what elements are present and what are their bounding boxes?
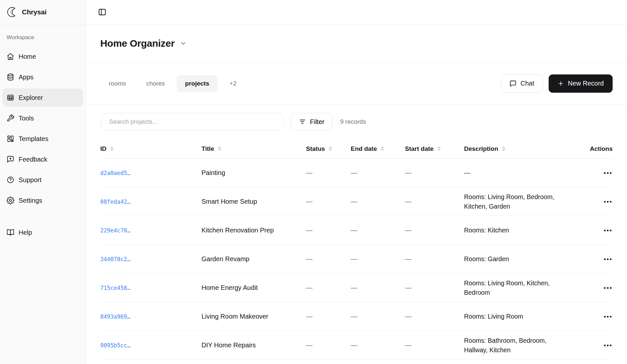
- column-header-label: Start date: [405, 145, 434, 152]
- row-actions-menu-button[interactable]: [603, 197, 613, 207]
- sidebar-item-explorer[interactable]: Explorer: [3, 88, 83, 107]
- sidebar-item-feedback[interactable]: Feedback: [3, 150, 83, 168]
- records-count: 9 records: [340, 118, 366, 125]
- table-row: 715ce458… Home Energy Audit — — — Rooms:…: [100, 274, 613, 302]
- tab-rooms[interactable]: rooms: [100, 75, 135, 92]
- new-record-button-label: New Record: [568, 80, 604, 87]
- sidebar-item-help[interactable]: Help: [3, 223, 83, 242]
- sidebar-item-tools[interactable]: Tools: [3, 109, 83, 127]
- record-status: —: [306, 255, 351, 263]
- column-header-description[interactable]: Description: [464, 145, 585, 152]
- record-start-date: —: [405, 169, 464, 177]
- record-id-link[interactable]: 715ce458…: [100, 285, 201, 291]
- gear-icon: [7, 197, 14, 204]
- workspace-section-label: Workspace: [3, 34, 83, 41]
- sidebar: Chrysai Workspace Home Apps: [0, 0, 86, 364]
- sidebar-footer-nav: Help: [3, 223, 83, 242]
- record-title: Kitchen Renovation Prep: [201, 227, 306, 234]
- row-actions-menu-button[interactable]: [603, 254, 613, 264]
- plus-icon: [557, 80, 564, 87]
- column-header-label: Description: [464, 145, 498, 152]
- row-actions-menu-button[interactable]: [603, 226, 613, 235]
- chat-bubble-icon: [509, 80, 517, 87]
- sidebar-item-templates[interactable]: Templates: [3, 130, 83, 148]
- column-header-title[interactable]: Title: [201, 145, 306, 152]
- sidebar-item-home[interactable]: Home: [3, 47, 83, 66]
- column-header-actions[interactable]: Actions: [585, 145, 613, 152]
- record-status: —: [306, 341, 351, 349]
- sidebar-item-label: Home: [19, 53, 36, 60]
- chat-button[interactable]: Chat: [501, 74, 543, 93]
- record-actions-cell: [585, 283, 613, 293]
- tabs-row: rooms chores projects +2 Chat: [86, 63, 627, 104]
- record-end-date: —: [351, 341, 405, 349]
- table-row: 08feda42… Smart Home Setup — — — Rooms: …: [100, 187, 613, 216]
- record-status: —: [306, 284, 351, 292]
- sidebar-item-apps[interactable]: Apps: [3, 68, 83, 86]
- record-id-link[interactable]: 08feda42…: [100, 198, 201, 205]
- record-id-link[interactable]: 229e4c70…: [100, 227, 201, 234]
- header-actions: Chat New Record: [501, 74, 613, 93]
- table-row: 229e4c70… Kitchen Renovation Prep — — — …: [100, 216, 613, 245]
- sidebar-item-settings[interactable]: Settings: [3, 191, 83, 210]
- record-id-link[interactable]: 344078c2…: [100, 256, 201, 262]
- row-actions-menu-button[interactable]: [603, 340, 613, 350]
- record-actions-cell: [585, 197, 613, 207]
- column-header-status[interactable]: Status: [306, 145, 351, 152]
- feedback-icon: [7, 155, 14, 163]
- row-actions-menu-button[interactable]: [603, 312, 613, 322]
- record-status: —: [306, 313, 351, 320]
- record-end-date: —: [351, 198, 405, 205]
- record-end-date: —: [351, 255, 405, 263]
- column-header-label: Actions: [590, 145, 613, 152]
- sort-icon: [217, 146, 222, 151]
- row-actions-menu-button[interactable]: [603, 168, 613, 178]
- row-actions-menu-button[interactable]: [603, 283, 613, 293]
- record-id-link[interactable]: 9095b5cc…: [100, 342, 201, 349]
- wrench-icon: [7, 114, 14, 122]
- tab-chores[interactable]: chores: [138, 75, 173, 92]
- column-header-label: ID: [100, 145, 106, 152]
- page-title: Home Organizer: [100, 38, 175, 49]
- chevron-down-icon[interactable]: [180, 40, 187, 47]
- column-header-label: Status: [306, 145, 325, 152]
- sort-icon: [109, 146, 114, 151]
- tab-2[interactable]: +2: [221, 75, 245, 92]
- record-title: Garden Revamp: [201, 255, 306, 263]
- help-circle-icon: [7, 176, 14, 184]
- sidebar-item-support[interactable]: Support: [3, 171, 83, 189]
- record-description: Rooms: Bathroom, Bedroom, Hallway, Kitch…: [464, 336, 585, 355]
- sidebar-nav: Home Apps Explorer Tools: [3, 47, 83, 210]
- title-row: Home Organizer: [86, 24, 627, 63]
- table-row: 9095b5cc… DIY Home Repairs — — — Rooms: …: [100, 331, 613, 360]
- brand: Chrysai: [0, 0, 86, 24]
- record-title: Living Room Makeover: [201, 313, 306, 320]
- column-header-start-date[interactable]: Start date: [405, 145, 464, 152]
- column-header-label: Title: [201, 145, 214, 152]
- record-id-link[interactable]: d2a0aed5…: [100, 170, 201, 176]
- record-actions-cell: [585, 226, 613, 235]
- record-title: Smart Home Setup: [201, 198, 306, 205]
- record-description: Rooms: Garden: [464, 254, 585, 264]
- record-description: Rooms: Living Room, Kitchen, Bedroom: [464, 278, 585, 297]
- record-actions-cell: [585, 312, 613, 322]
- database-icon: [7, 73, 14, 81]
- table-row: d2a0aed5… Painting — — — —: [100, 159, 613, 187]
- column-header-end-date[interactable]: End date: [351, 145, 405, 152]
- brand-name: Chrysai: [22, 8, 47, 16]
- filter-button[interactable]: Filter: [291, 113, 332, 131]
- sort-icon: [501, 146, 506, 151]
- record-end-date: —: [351, 227, 405, 234]
- chat-button-label: Chat: [521, 80, 534, 87]
- sort-icon: [437, 146, 442, 151]
- new-record-button[interactable]: New Record: [549, 74, 613, 93]
- main-area: Home Organizer rooms chores projects +2: [86, 0, 627, 364]
- record-id-link[interactable]: 8493a969…: [100, 313, 201, 320]
- filter-lines-icon: [299, 118, 306, 125]
- sidebar-item-label: Help: [19, 229, 32, 236]
- sidebar-toggle-button[interactable]: [98, 8, 106, 16]
- sort-icon: [328, 146, 333, 151]
- column-header-id[interactable]: ID: [100, 145, 201, 152]
- tab-projects[interactable]: projects: [177, 75, 218, 92]
- search-input[interactable]: [100, 113, 284, 131]
